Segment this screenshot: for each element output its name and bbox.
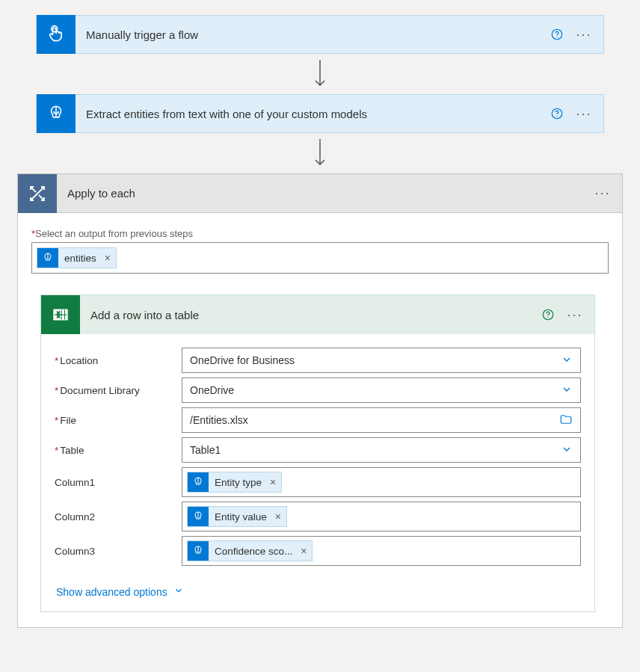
output-label: *Select an output from previous steps xyxy=(31,228,609,239)
chevron-down-icon xyxy=(173,585,184,598)
ai-builder-icon xyxy=(188,472,209,492)
chevron-down-icon xyxy=(561,443,573,457)
library-label: *Document Library xyxy=(55,385,182,396)
inner-step-title: Add a row into a table xyxy=(80,309,536,321)
excel-icon xyxy=(41,295,80,334)
table-label: *Table xyxy=(55,445,182,456)
location-select[interactable]: OneDrive for Business xyxy=(182,348,581,373)
token-remove-icon[interactable]: × xyxy=(270,511,286,523)
arrow-down-icon xyxy=(311,133,329,173)
token-entity-type[interactable]: Entity type × xyxy=(187,472,282,493)
svg-point-15 xyxy=(547,317,548,318)
svg-point-6 xyxy=(556,116,557,117)
add-row-step: Add a row into a table ··· *Location xyxy=(40,295,595,612)
location-label: *Location xyxy=(55,355,182,366)
ai-builder-icon xyxy=(37,248,58,268)
add-row-header[interactable]: Add a row into a table ··· xyxy=(41,295,594,334)
chevron-down-icon xyxy=(561,383,573,398)
chevron-down-icon xyxy=(561,354,573,368)
show-advanced-options-link[interactable]: Show advanced options xyxy=(55,585,184,598)
step-title: Extract entities from text with one of y… xyxy=(76,108,545,120)
token-remove-icon[interactable]: × xyxy=(295,545,312,557)
container-title: Apply to each xyxy=(57,187,588,200)
column2-input[interactable]: Entity value × xyxy=(182,502,581,531)
more-menu-icon[interactable]: ··· xyxy=(569,102,599,126)
column3-input[interactable]: Confidence sco... × xyxy=(182,536,581,566)
token-entities[interactable]: entities × xyxy=(37,247,117,268)
loop-icon xyxy=(18,174,57,213)
more-menu-icon[interactable]: ··· xyxy=(569,22,599,46)
help-icon[interactable] xyxy=(545,22,569,46)
apply-to-each-header[interactable]: Apply to each ··· xyxy=(18,174,622,213)
more-menu-icon[interactable]: ··· xyxy=(560,303,590,327)
file-label: *File xyxy=(55,415,182,426)
token-remove-icon[interactable]: × xyxy=(265,476,281,488)
apply-to-each-container: Apply to each ··· *Select an output from… xyxy=(17,173,623,628)
more-menu-icon[interactable]: ··· xyxy=(588,182,618,206)
column1-label: Column1 xyxy=(55,477,182,488)
step-manual-trigger[interactable]: Manually trigger a flow ··· xyxy=(36,15,604,54)
table-select[interactable]: Table1 xyxy=(182,437,581,463)
ai-builder-icon xyxy=(188,541,209,561)
arrow-down-icon xyxy=(311,54,329,94)
ai-builder-icon xyxy=(37,94,76,133)
column1-input[interactable]: Entity type × xyxy=(182,467,581,497)
ai-builder-icon xyxy=(188,507,209,526)
file-picker[interactable]: /Entities.xlsx xyxy=(182,407,581,433)
column3-label: Column3 xyxy=(55,546,182,557)
folder-icon[interactable] xyxy=(559,413,573,428)
token-confidence-score[interactable]: Confidence sco... × xyxy=(187,540,313,561)
token-remove-icon[interactable]: × xyxy=(99,252,116,264)
manual-trigger-icon xyxy=(37,15,76,54)
column2-label: Column2 xyxy=(55,511,182,523)
help-icon[interactable] xyxy=(545,102,569,126)
output-from-previous-input[interactable]: entities × xyxy=(31,242,609,274)
svg-point-2 xyxy=(556,37,557,37)
help-icon[interactable] xyxy=(536,303,560,327)
step-extract-entities[interactable]: Extract entities from text with one of y… xyxy=(36,94,604,133)
step-title: Manually trigger a flow xyxy=(76,28,545,41)
library-select[interactable]: OneDrive xyxy=(182,377,581,403)
token-entity-value[interactable]: Entity value × xyxy=(187,506,287,527)
